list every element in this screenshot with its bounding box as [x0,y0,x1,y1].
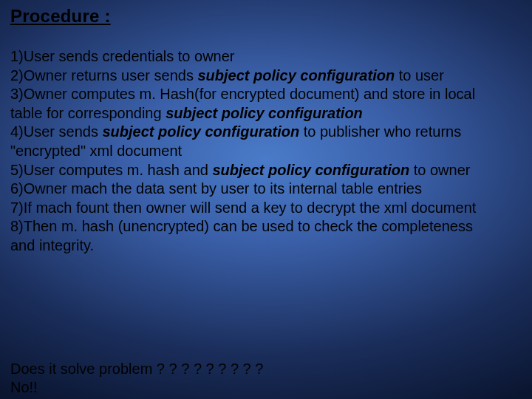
step-4-line2: "encrypted" xml document [10,142,522,161]
step-4-text-a: 4)User sends [10,123,103,140]
step-4-emph: subject policy configuration [103,123,300,140]
step-2-text-c: to user [395,67,444,83]
step-7: 7)If mach fount then owner will send a k… [10,199,522,218]
step-4-line1: 4)User sends subject policy configuratio… [10,123,522,142]
step-2-text-a: 2)Owner returns user sends [10,67,197,83]
step-1: 1)User sends credentials to owner [10,47,522,66]
footer: Does it solve problem ? ? ? ? ? ? ? ? ? … [10,360,263,398]
step-8-line2: and integrity. [10,236,522,256]
step-4-text-c: to publisher who returns [299,123,461,140]
step-6: 6)Owner mach the data sent by user to it… [10,180,522,199]
slide: Procedure : 1)User sends credentials to … [0,0,532,399]
step-5-text-a: 5)User computes m. hash and [10,162,212,178]
step-5-text-c: to owner [409,162,470,178]
step-3-text-b: table for corresponding [10,105,166,121]
step-2: 2)Owner returns user sends subject polic… [10,66,522,86]
step-3-line1: 3)Owner computes m. Hash(for encrypted d… [10,85,522,104]
step-3-line2: table for corresponding subject policy c… [10,104,522,123]
procedure-body: 1)User sends credentials to owner 2)Owne… [10,47,522,256]
step-5-emph: subject policy configuration [212,162,409,178]
step-3-emph: subject policy configuration [166,105,363,121]
footer-question: Does it solve problem ? ? ? ? ? ? ? ? ? [10,360,263,379]
step-2-emph: subject policy configuration [197,67,395,83]
step-8-line1: 8)Then m. hash (unencrypted) can be used… [10,217,522,236]
step-5: 5)User computes m. hash and subject poli… [10,161,522,180]
footer-answer: No!! [10,378,263,398]
slide-title: Procedure : [10,6,522,27]
